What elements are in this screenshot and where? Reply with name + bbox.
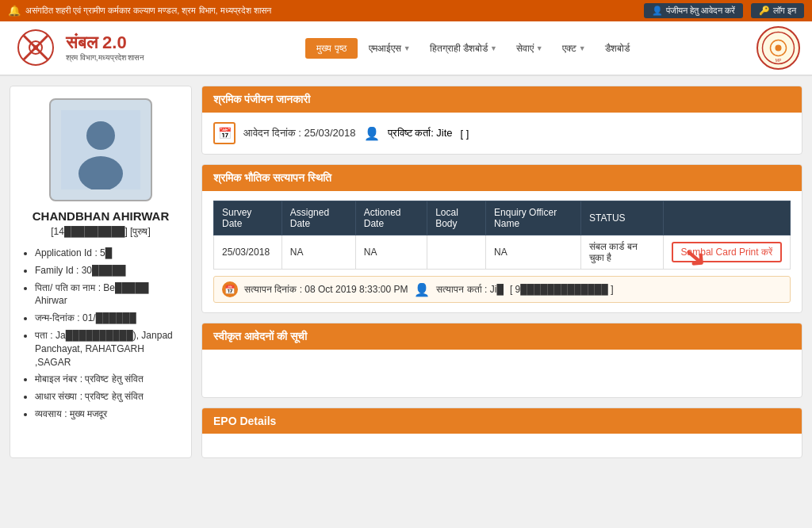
logo-text: संबल 2.0 श्रम विभाग,मध्यप्रदेश शासन [66,33,144,62]
application-date: आवेदन दिनांक : 25/03/2018 [243,127,356,140]
svg-point-7 [776,45,782,52]
right-panel: श्रमिक पंजीयन जानकारी 📅 आवेदन दिनांक : 2… [201,86,802,458]
profile-id: [14█████████] [पुरुष] [22,226,179,237]
nav-mias-button[interactable]: एमआईएस ▼ [361,38,419,59]
register-button[interactable]: 👤 पंजीयन हेतु आवेदन करें [644,3,743,18]
bell-icon: 🔔 [8,5,21,17]
chevron-down-icon: ▼ [536,44,543,52]
login-button[interactable]: 🔑 लॉग इन [751,3,804,18]
table-row: 25/03/2018 NA NA NA संबल कार्ड बन चुका ह… [214,235,791,270]
approved-section: स्वीकृत आवेदनों की सूची [201,323,802,398]
top-bar-actions: 👤 पंजीयन हेतु आवेदन करें 🔑 लॉग इन [644,3,804,18]
family-id: Family Id : 30█████ [35,264,179,277]
logo-subtitle: श्रम विभाग,मध्यप्रदेश शासन [66,53,144,63]
nav-hitgrahi-button[interactable]: हितग्राही डैशबोर्ड ▼ [422,38,505,59]
main-container: CHANDBHAN AHIRWAR [14█████████] [पुरुष] … [0,76,812,468]
verification-header: श्रमिक भौतिक सत्यापन स्थिति [202,165,802,191]
address: पता : Ja██████████), Janpad Panchayat, R… [35,329,179,369]
col-status: STATUS [581,201,664,235]
epo-header: EPO Details [202,408,802,434]
aadhar: आधार संख्या : प्रविष्ट हेतु संवित [35,390,179,404]
mobile: मोबाइल नंबर : प्रविष्ट हेतु संवित [35,373,179,386]
profile-panel: CHANDBHAN AHIRWAR [14█████████] [पुरुष] … [10,86,192,458]
satya-user-icon: 👤 [414,282,430,297]
profile-photo [49,98,152,201]
satyapan-karta: सत्यापन कर्ता : Ji█ [436,284,504,295]
profile-name: CHANDBHAN AHIRWAR [22,209,179,223]
enquiry-officer-cell: NA [486,235,581,270]
verification-table: Survey Date Assigned Date Actioned Date … [213,201,791,270]
logo-area: संबल 2.0 श्रम विभाग,मध्यप्रदेश शासन [12,26,186,70]
registration-body: 📅 आवेदन दिनांक : 25/03/2018 👤 प्रविष्ट क… [202,113,802,154]
registration-info: 📅 आवेदन दिनांक : 25/03/2018 👤 प्रविष्ट क… [213,122,791,144]
satyapan-row: 📅 सत्यापन दिनांक : 08 Oct 2019 8:33:00 P… [213,276,791,303]
arrow-container: Survey Date Assigned Date Actioned Date … [213,201,791,270]
chevron-down-icon: ▼ [404,44,411,52]
nav-home-button[interactable]: मुख्य पृष्ठ [305,38,357,59]
main-nav: मुख्य पृष्ठ एमआईएस ▼ हितग्राही डैशबोर्ड … [186,38,756,59]
dob: जन्म-दिनांक : 01/██████ [35,312,179,325]
entered-by: प्रविष्ट कर्ता: Jite [388,127,453,140]
user-icon: 👤 [652,6,663,16]
user-orange-icon: 👤 [364,126,380,141]
col-local-body: Local Body [427,201,486,235]
verification-section: श्रमिक भौतिक सत्यापन स्थिति Survey Date … [201,164,802,313]
survey-date-cell: 25/03/2018 [214,235,282,270]
top-announcement-bar: 🔔 असंगठित शहरी एवं ग्रामीण कर्मकार कल्या… [0,0,812,21]
svg-point-11 [79,156,123,189]
extra-info: [ ] [461,128,469,140]
svg-point-4 [33,45,38,50]
calendar-icon: 📅 [213,122,236,144]
logo-title: संबल 2.0 [66,33,144,52]
status-cell: संबल कार्ड बन चुका है [581,235,664,270]
assigned-date-cell: NA [282,235,355,270]
login-icon: 🔑 [759,6,770,16]
nav-seva-button[interactable]: सेवाएं ▼ [508,38,551,59]
approved-body [202,350,802,397]
nav-dashboard-button[interactable]: डैशबोर्ड [597,38,638,59]
govt-emblem: MP [756,26,800,70]
announcement-text: असंगठित शहरी एवं ग्रामीण कर्मकार कल्याण … [25,6,271,16]
satyapan-date: सत्यापन दिनांक : 08 Oct 2019 8:33:00 PM [244,284,408,295]
epo-section: EPO Details [201,407,802,458]
profile-details-list: Application Id : 5█ Family Id : 30█████ … [22,247,179,421]
nav-act-button[interactable]: एक्ट ▼ [554,38,594,59]
chevron-down-icon: ▼ [579,44,586,52]
approved-header: स्वीकृत आवेदनों की सूची [202,323,802,350]
satya-icon: 📅 [222,281,238,297]
verification-body: Survey Date Assigned Date Actioned Date … [202,191,802,312]
svg-point-10 [86,121,115,150]
occupation: व्यवसाय : मुख्य मजदूर [35,407,179,421]
col-assigned-date: Assigned Date [282,201,355,235]
actioned-date-cell: NA [355,235,427,270]
sambal-card-print-button[interactable]: Sambal Card Print करें [672,242,782,262]
father-name: पिता/ पति का नाम : Be█████ Ahirwar [35,281,179,308]
application-id: Application Id : 5█ [35,247,179,260]
epo-body [202,434,802,457]
satyapan-extra: [ 9█████████████ ] [510,284,614,295]
local-body-cell [427,235,486,270]
action-cell: Sambal Card Print करें [663,235,790,270]
announcement-text-area: 🔔 असंगठित शहरी एवं ग्रामीण कर्मकार कल्या… [8,5,271,17]
registration-header: श्रमिक पंजीयन जानकारी [202,86,802,113]
col-actioned-date: Actioned Date [355,201,427,235]
site-header: संबल 2.0 श्रम विभाग,मध्यप्रदेश शासन मुख्… [0,21,812,76]
logo-icon [12,26,59,70]
chevron-down-icon: ▼ [490,44,497,52]
col-survey-date: Survey Date [214,201,282,235]
col-enquiry-officer: Enquiry Officer Name [486,201,581,235]
svg-text:MP: MP [776,58,782,63]
registration-section: श्रमिक पंजीयन जानकारी 📅 आवेदन दिनांक : 2… [201,86,802,155]
col-action [663,201,790,235]
